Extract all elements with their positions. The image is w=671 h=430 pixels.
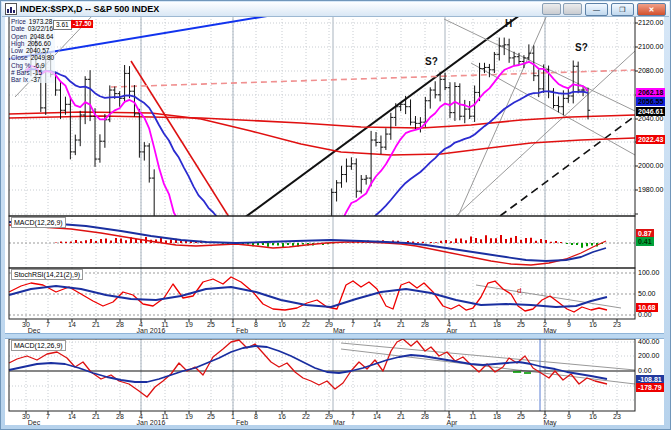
time-tick-label: 7 [351,321,355,328]
time-tick-label: 16 [589,321,597,328]
price-axis-badge: 2022.43 [636,135,665,144]
time-tick-label: 1 [231,413,235,420]
time-tick-label: 18 [493,321,501,328]
time-tick-label: 19 [185,321,193,328]
annotation-S?: S? [575,42,588,53]
price-axis-label: 2120.00 [638,19,663,27]
value-box-badge: 3.61 [53,20,72,30]
time-tick-label: 21 [92,321,100,328]
quote-row: High2056.60 [11,40,54,47]
stoch-value-badge: 10.68 [636,303,658,312]
stochrsi-pane-label: StochRSI(14,21(2),9) [11,269,83,280]
macd2-axis-label: 400.00 [638,338,659,346]
time-tick-label: 11 [469,321,476,328]
price-axis-badge: 2062.18 [636,88,665,97]
time-tick-label: 8 [254,321,258,328]
time-tick-label: 9 [567,321,571,328]
minimize-button[interactable]: — [585,3,608,16]
chart-plot[interactable]: 3030771414212128284411111919252511881616… [1,1,671,430]
chart-window: INDEX:$SPX,D -- S&P 500 INDEX — ❐ ✕ 3030… [0,0,671,430]
change-box-badge: -17.50 [71,20,93,28]
time-tick-label: 7 [46,321,50,328]
time-tick-label: 23 [613,321,621,328]
quote-row: # Bars-15 [11,69,54,76]
price-axis-label: 2080.00 [638,67,663,75]
quote-row: Bar Ix-37 [11,76,54,83]
price-axis-label: 2040.00 [638,115,663,123]
time-tick-label: 14 [68,413,76,420]
time-tick-label: 28 [421,321,429,328]
quote-row: Price1973.28 [11,18,54,25]
time-tick-label: 7 [46,413,50,420]
quote-row: Date03/22/16 [11,25,54,32]
time-tick-label: 14 [373,413,381,420]
price-axis-label: 2100.00 [638,43,663,51]
time-tick-label: 16 [278,413,286,420]
time-tick-label: 14 [373,321,381,328]
time-tick-label: 25 [517,413,525,420]
annotation-S?: S? [425,56,438,67]
price-axis-label: 1980.00 [638,186,663,194]
quote-row: Low2040.57 [11,47,54,54]
titlebar: INDEX:$SPX,D -- S&P 500 INDEX — ❐ ✕ [2,2,669,17]
window-title: INDEX:$SPX,D -- S&P 500 INDEX [20,4,159,14]
quote-row: Open2048.64 [11,33,54,40]
app-chart-icon [5,3,17,15]
time-tick-label: 28 [421,413,429,420]
annotation-d: d [517,286,521,295]
macd2-value-badge: -178.79 [636,383,664,392]
time-tick-label: 8 [254,413,258,420]
price-axis-label: 2000.00 [638,162,663,170]
time-tick-label: 25 [207,321,215,328]
macd1-pane-label: MACD(12,26,9) [11,217,66,228]
quote-panel: Price1973.28Date03/22/16Open2048.64High2… [10,18,55,83]
toolbar-button-1[interactable] [542,3,561,15]
time-tick-label: 14 [68,321,76,328]
time-tick-label: 21 [397,321,405,328]
macd1-value-badge: 0.41 [636,237,654,246]
month-label: May [543,419,557,427]
time-tick-label: 19 [185,413,193,420]
time-tick-label: 21 [92,413,100,420]
time-tick-label: 25 [517,321,525,328]
toolbar-button-2[interactable] [563,3,582,15]
time-tick-label: 11 [469,413,476,420]
month-label: Feb [236,419,248,426]
time-tick-label: 28 [116,321,124,328]
price-axis-badge: 2046.61 [636,107,665,116]
close-button[interactable]: ✕ [637,3,666,16]
time-tick-label: 16 [589,413,597,420]
macd2-axis-label: 200.00 [638,352,659,360]
time-tick-label: 18 [493,413,501,420]
stoch-axis-label: 0.00 [638,311,652,319]
price-axis-badge: 2056.55 [636,97,665,106]
time-tick-label: 29 [325,321,333,328]
time-tick-label: 23 [613,413,621,420]
stoch-axis-label: 50.00 [638,290,656,298]
time-tick-label: 1 [231,321,235,328]
quote-row: Close2049.80 [11,54,54,61]
month-label: Mar [333,419,346,426]
time-tick-label: 21 [397,413,405,420]
quote-row: Chg %-6.9 [11,62,54,69]
stoch-axis-label: 100.00 [638,269,659,277]
month-label: Dec [28,419,41,426]
time-tick-label: 25 [207,413,215,420]
price-pane [9,15,635,376]
time-tick-label: 22 [302,413,310,420]
maximize-button[interactable]: ❐ [611,3,634,16]
annotation-H: H [505,18,512,29]
time-tick-label: 22 [302,321,310,328]
time-tick-label: 29 [325,413,333,420]
panel-separator-band [5,333,664,339]
time-tick-label: 7 [351,413,355,420]
month-label: Apr [447,419,459,427]
macd2-pane-label: MACD(12,26,9) [11,340,66,351]
month-label: Jan 2016 [137,419,166,426]
time-tick-label: 9 [567,413,571,420]
time-tick-label: 16 [278,321,286,328]
time-tick-label: 28 [116,413,124,420]
